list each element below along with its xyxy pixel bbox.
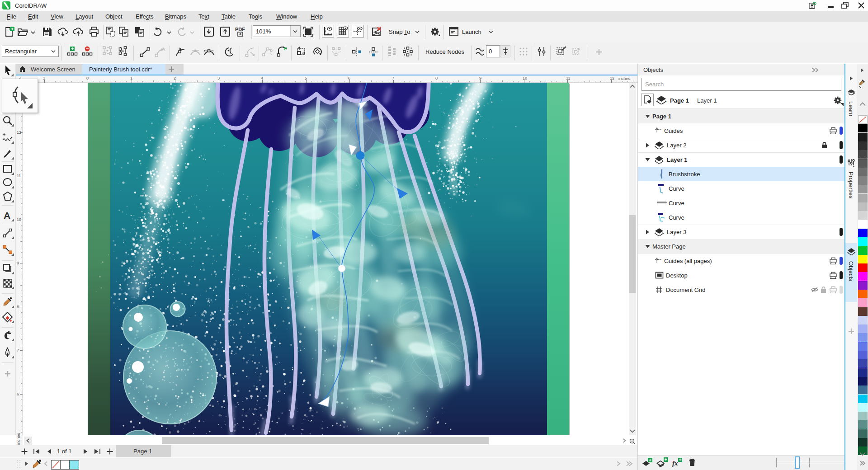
svg-text:PDF: PDF <box>235 27 245 32</box>
svg-text:fx: fx <box>672 460 678 467</box>
svg-text:A: A <box>4 210 10 221</box>
